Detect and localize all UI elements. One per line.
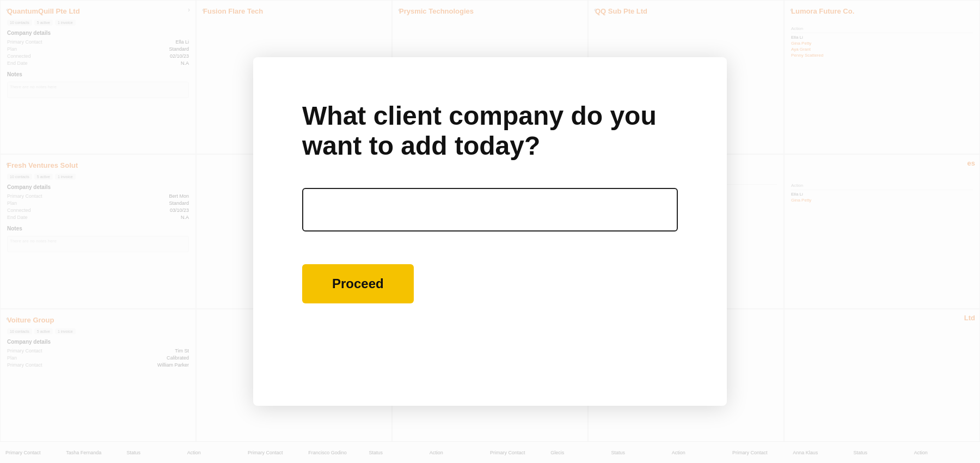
company-name-input[interactable] (314, 189, 666, 230)
modal-question: What client company do you want to add t… (302, 101, 678, 161)
modal-input-wrapper[interactable] (302, 188, 678, 232)
proceed-button[interactable]: Proceed (302, 264, 414, 303)
modal-overlay: What client company do you want to add t… (0, 0, 980, 463)
modal-dialog: What client company do you want to add t… (253, 57, 727, 406)
